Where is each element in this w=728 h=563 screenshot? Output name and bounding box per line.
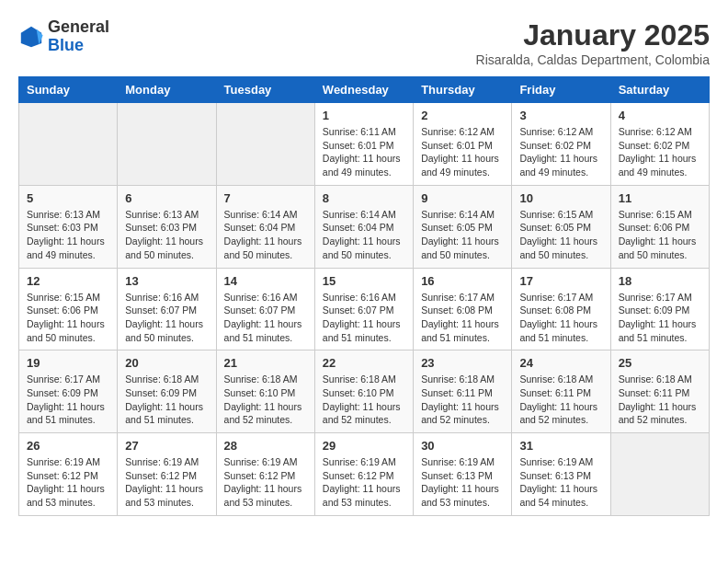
- calendar-cell: 9Sunrise: 6:14 AM Sunset: 6:05 PM Daylig…: [414, 185, 512, 268]
- weekday-header-tuesday: Tuesday: [216, 77, 314, 103]
- calendar-week-row: 26Sunrise: 6:19 AM Sunset: 6:12 PM Dayli…: [19, 433, 710, 516]
- day-number: 6: [125, 191, 208, 205]
- calendar-cell: 24Sunrise: 6:18 AM Sunset: 6:11 PM Dayli…: [512, 350, 610, 433]
- day-number: 27: [125, 439, 208, 453]
- calendar-cell: [118, 103, 216, 186]
- calendar-cell: [216, 103, 314, 186]
- calendar-cell: 10Sunrise: 6:15 AM Sunset: 6:05 PM Dayli…: [512, 185, 610, 268]
- weekday-header-sunday: Sunday: [19, 77, 118, 103]
- logo-general-text: General: [48, 18, 109, 37]
- day-info: Sunrise: 6:18 AM Sunset: 6:10 PM Dayligh…: [323, 373, 405, 427]
- day-info: Sunrise: 6:17 AM Sunset: 6:08 PM Dayligh…: [519, 291, 602, 345]
- day-info: Sunrise: 6:12 AM Sunset: 6:01 PM Dayligh…: [421, 125, 504, 179]
- day-number: 29: [323, 439, 405, 453]
- day-info: Sunrise: 6:17 AM Sunset: 6:08 PM Dayligh…: [421, 291, 504, 345]
- day-number: 22: [323, 356, 405, 370]
- day-number: 17: [519, 274, 602, 288]
- weekday-header-wednesday: Wednesday: [314, 77, 413, 103]
- day-number: 25: [619, 356, 701, 370]
- page-header: General Blue January 2025 Risaralda, Cal…: [18, 18, 710, 67]
- calendar-cell: 14Sunrise: 6:16 AM Sunset: 6:07 PM Dayli…: [216, 268, 314, 350]
- calendar-cell: 31Sunrise: 6:19 AM Sunset: 6:13 PM Dayli…: [512, 433, 610, 516]
- day-info: Sunrise: 6:14 AM Sunset: 6:04 PM Dayligh…: [224, 208, 307, 262]
- logo: General Blue: [18, 18, 109, 55]
- day-number: 31: [519, 439, 602, 453]
- day-info: Sunrise: 6:15 AM Sunset: 6:06 PM Dayligh…: [27, 291, 109, 345]
- calendar-cell: 11Sunrise: 6:15 AM Sunset: 6:06 PM Dayli…: [610, 185, 709, 268]
- day-info: Sunrise: 6:18 AM Sunset: 6:09 PM Dayligh…: [125, 373, 208, 427]
- day-info: Sunrise: 6:14 AM Sunset: 6:05 PM Dayligh…: [421, 208, 504, 262]
- calendar-cell: 12Sunrise: 6:15 AM Sunset: 6:06 PM Dayli…: [19, 268, 118, 350]
- day-info: Sunrise: 6:14 AM Sunset: 6:04 PM Dayligh…: [323, 208, 405, 262]
- day-number: 7: [224, 191, 307, 205]
- day-number: 13: [125, 274, 208, 288]
- calendar-cell: 19Sunrise: 6:17 AM Sunset: 6:09 PM Dayli…: [19, 350, 118, 433]
- day-number: 14: [224, 274, 307, 288]
- day-info: Sunrise: 6:19 AM Sunset: 6:12 PM Dayligh…: [224, 455, 307, 510]
- day-info: Sunrise: 6:19 AM Sunset: 6:12 PM Dayligh…: [125, 455, 208, 510]
- day-number: 15: [323, 274, 405, 288]
- day-info: Sunrise: 6:16 AM Sunset: 6:07 PM Dayligh…: [224, 291, 307, 345]
- day-info: Sunrise: 6:17 AM Sunset: 6:09 PM Dayligh…: [619, 291, 701, 345]
- day-number: 26: [27, 439, 109, 453]
- day-info: Sunrise: 6:12 AM Sunset: 6:02 PM Dayligh…: [619, 125, 701, 179]
- calendar-cell: 27Sunrise: 6:19 AM Sunset: 6:12 PM Dayli…: [118, 433, 216, 516]
- day-info: Sunrise: 6:17 AM Sunset: 6:09 PM Dayligh…: [27, 373, 109, 427]
- day-number: 16: [421, 274, 504, 288]
- day-number: 1: [323, 109, 405, 122]
- day-number: 4: [619, 109, 701, 122]
- calendar-cell: [19, 103, 118, 186]
- day-number: 18: [619, 274, 701, 288]
- calendar-cell: 3Sunrise: 6:12 AM Sunset: 6:02 PM Daylig…: [512, 103, 610, 186]
- day-number: 10: [519, 191, 602, 205]
- calendar-cell: 1Sunrise: 6:11 AM Sunset: 6:01 PM Daylig…: [314, 103, 413, 186]
- day-number: 19: [27, 356, 109, 370]
- location-text: Risaralda, Caldas Department, Colombia: [476, 52, 710, 67]
- weekday-header-row: SundayMondayTuesdayWednesdayThursdayFrid…: [19, 77, 710, 103]
- calendar-body: 1Sunrise: 6:11 AM Sunset: 6:01 PM Daylig…: [19, 103, 710, 516]
- calendar-week-row: 12Sunrise: 6:15 AM Sunset: 6:06 PM Dayli…: [19, 268, 710, 350]
- day-info: Sunrise: 6:16 AM Sunset: 6:07 PM Dayligh…: [323, 291, 405, 345]
- day-info: Sunrise: 6:18 AM Sunset: 6:10 PM Dayligh…: [224, 373, 307, 427]
- calendar-cell: 26Sunrise: 6:19 AM Sunset: 6:12 PM Dayli…: [19, 433, 118, 516]
- day-info: Sunrise: 6:18 AM Sunset: 6:11 PM Dayligh…: [619, 373, 701, 427]
- calendar-cell: 13Sunrise: 6:16 AM Sunset: 6:07 PM Dayli…: [118, 268, 216, 350]
- day-number: 20: [125, 356, 208, 370]
- calendar-cell: 22Sunrise: 6:18 AM Sunset: 6:10 PM Dayli…: [314, 350, 413, 433]
- day-info: Sunrise: 6:16 AM Sunset: 6:07 PM Dayligh…: [125, 291, 208, 345]
- day-info: Sunrise: 6:13 AM Sunset: 6:03 PM Dayligh…: [125, 208, 208, 262]
- weekday-header-thursday: Thursday: [414, 77, 512, 103]
- day-number: 12: [27, 274, 109, 288]
- month-title: January 2025: [476, 18, 710, 52]
- calendar-header: SundayMondayTuesdayWednesdayThursdayFrid…: [19, 77, 710, 103]
- day-info: Sunrise: 6:15 AM Sunset: 6:06 PM Dayligh…: [619, 208, 701, 262]
- logo-text: General Blue: [48, 18, 109, 55]
- calendar-cell: 18Sunrise: 6:17 AM Sunset: 6:09 PM Dayli…: [610, 268, 709, 350]
- day-number: 5: [27, 191, 109, 205]
- calendar-cell: 6Sunrise: 6:13 AM Sunset: 6:03 PM Daylig…: [118, 185, 216, 268]
- calendar-cell: 20Sunrise: 6:18 AM Sunset: 6:09 PM Dayli…: [118, 350, 216, 433]
- logo-blue-text: Blue: [48, 37, 109, 55]
- weekday-header-saturday: Saturday: [610, 77, 709, 103]
- day-info: Sunrise: 6:18 AM Sunset: 6:11 PM Dayligh…: [519, 373, 602, 427]
- calendar-cell: [610, 433, 709, 516]
- calendar-cell: 25Sunrise: 6:18 AM Sunset: 6:11 PM Dayli…: [610, 350, 709, 433]
- day-info: Sunrise: 6:12 AM Sunset: 6:02 PM Dayligh…: [519, 125, 602, 179]
- day-number: 24: [519, 356, 602, 370]
- day-number: 28: [224, 439, 307, 453]
- calendar-cell: 8Sunrise: 6:14 AM Sunset: 6:04 PM Daylig…: [314, 185, 413, 268]
- logo-icon: [18, 24, 44, 50]
- calendar-cell: 28Sunrise: 6:19 AM Sunset: 6:12 PM Dayli…: [216, 433, 314, 516]
- calendar-cell: 29Sunrise: 6:19 AM Sunset: 6:12 PM Dayli…: [314, 433, 413, 516]
- day-number: 8: [323, 191, 405, 205]
- calendar-week-row: 19Sunrise: 6:17 AM Sunset: 6:09 PM Dayli…: [19, 350, 710, 433]
- calendar-cell: 7Sunrise: 6:14 AM Sunset: 6:04 PM Daylig…: [216, 185, 314, 268]
- day-info: Sunrise: 6:19 AM Sunset: 6:13 PM Dayligh…: [519, 455, 602, 510]
- calendar-cell: 21Sunrise: 6:18 AM Sunset: 6:10 PM Dayli…: [216, 350, 314, 433]
- day-number: 9: [421, 191, 504, 205]
- day-info: Sunrise: 6:19 AM Sunset: 6:13 PM Dayligh…: [421, 455, 504, 510]
- day-info: Sunrise: 6:19 AM Sunset: 6:12 PM Dayligh…: [27, 455, 109, 510]
- day-info: Sunrise: 6:19 AM Sunset: 6:12 PM Dayligh…: [323, 455, 405, 510]
- day-number: 2: [421, 109, 504, 122]
- weekday-header-monday: Monday: [118, 77, 216, 103]
